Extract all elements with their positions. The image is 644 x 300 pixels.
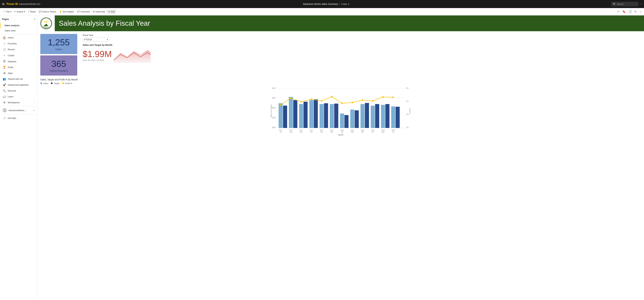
sidebar-item-learn[interactable]: 📖 Learn xyxy=(0,94,38,100)
sales-target-title: Sales and Target by Month xyxy=(82,44,639,46)
sidebar-item-create[interactable]: ＋ Create xyxy=(0,52,38,58)
svg-text:2017: 2017 xyxy=(289,129,292,131)
svg-text:2017: 2017 xyxy=(300,129,303,131)
comment-button[interactable]: 💬 Comment xyxy=(76,10,91,14)
deployment-icon: 🚀 xyxy=(3,83,6,86)
sidebar-item-discover[interactable]: 🔍 Discover xyxy=(0,88,38,94)
svg-rect-47 xyxy=(386,104,390,128)
bookmark-button[interactable]: 🔖 xyxy=(621,10,627,14)
toolbar-right-actions: ↩ 🔖 ⬜ ↻ ☆ xyxy=(616,10,643,14)
workspace-label: AdventureWorks ... xyxy=(8,109,27,112)
pages-title: Pages xyxy=(2,18,9,20)
svg-rect-39 xyxy=(344,115,348,128)
svg-rect-28 xyxy=(289,97,293,128)
kpi-resellers-value: 365 xyxy=(44,59,73,69)
main-layout: Pages « Sales analysis Sales order 🏠 Hom… xyxy=(0,16,644,300)
sales-target-area: Fiscal Year FY2018 ▾ Sales and Target by… xyxy=(80,34,641,63)
page-item-sales-order[interactable]: Sales order xyxy=(0,28,38,33)
svg-rect-29 xyxy=(293,100,297,128)
svg-point-58 xyxy=(362,100,363,101)
fiscal-year-chevron-icon: ▾ xyxy=(107,38,108,41)
undo-button[interactable]: ↩ xyxy=(616,10,621,14)
insights-icon: 💡 xyxy=(59,10,62,13)
sidebar-item-recent[interactable]: 🕐 Recent › xyxy=(0,46,38,52)
fit-button[interactable]: ⬜ xyxy=(628,10,633,14)
divider-2 xyxy=(0,106,38,106)
more-icon: ··· xyxy=(118,10,120,13)
apps-icon: ⊞ xyxy=(3,72,6,75)
svg-text:Oct: Oct xyxy=(310,131,312,133)
chart-title: Sales, Target and Profit % by Month xyxy=(40,78,641,81)
sidebar-item-deployment[interactable]: 🚀 Deployment pipelines xyxy=(0,82,38,88)
sales-target-mini-chart xyxy=(114,48,151,63)
svg-text:Profit %: Profit % xyxy=(409,108,411,114)
sidebar-item-datasets[interactable]: 🗄 Datasets xyxy=(0,58,38,64)
sidebar-item-workspaces[interactable]: ⚙ Workspaces › xyxy=(0,100,38,106)
chat-teams-button[interactable]: 💬 Chat in Teams xyxy=(38,10,58,14)
svg-text:Sales and Target: Sales and Target xyxy=(270,104,272,118)
sales-value: $1.99M xyxy=(82,49,112,59)
subscribe-button[interactable]: ✉ Subscribe xyxy=(92,10,106,14)
workspace-adventureworks[interactable]: AW AdventureWorks ... ▾ xyxy=(0,107,38,114)
page-item-sales-analysis[interactable]: Sales analysis xyxy=(0,23,38,28)
kpi-orders-value: 1,255 xyxy=(44,37,73,47)
sidebar-item-get-data[interactable]: ↗ Get data xyxy=(0,115,38,121)
sidebar-item-home[interactable]: 🏠 Home xyxy=(0,35,38,41)
search-icon: 🔍 xyxy=(613,3,616,5)
toolbar-more-button[interactable]: ··· xyxy=(116,10,121,14)
svg-text:5%: 5% xyxy=(406,87,409,89)
svg-point-60 xyxy=(382,96,384,98)
chevron-down-icon: ▾ xyxy=(348,3,349,5)
refresh-button[interactable]: ↻ xyxy=(634,10,638,14)
export-button[interactable]: ↦ Export ▾ xyxy=(13,10,26,14)
svg-rect-35 xyxy=(324,103,328,128)
file-icon: 📄 xyxy=(3,10,5,13)
sidebar-item-goals[interactable]: 🏆 Goals xyxy=(0,64,38,70)
learn-icon: 📖 xyxy=(3,95,6,98)
svg-point-54 xyxy=(321,100,322,102)
insights-button[interactable]: 💡 Get insights xyxy=(58,10,76,14)
topbar-center: Adventure Works Sales Summary | Public ▾ xyxy=(43,3,609,5)
get-data-icon: ↗ xyxy=(3,116,6,120)
topbar: ⊞ Power BI AdventureWorks Inc. Adventure… xyxy=(0,0,644,8)
logo-svg: ADVENTURE WORKS xyxy=(41,18,52,29)
edit-button[interactable]: ✏ Edit xyxy=(107,10,116,14)
svg-rect-31 xyxy=(304,102,308,128)
sidebar-collapse-button[interactable]: « xyxy=(34,18,36,21)
waffle-icon[interactable]: ⊞ xyxy=(2,2,4,6)
favorite-button[interactable]: ☆ xyxy=(638,10,643,14)
svg-rect-30 xyxy=(299,104,303,128)
kpi-resellers-label: Distinct Resellers xyxy=(44,70,73,72)
sidebar-label-discover: Discover xyxy=(8,90,35,92)
sidebar-label-goals: Goals xyxy=(8,66,35,68)
visibility-selector[interactable]: Public ▾ xyxy=(342,3,349,5)
workspace-chevron-icon: ▾ xyxy=(34,109,35,112)
favorites-arrow-icon: › xyxy=(34,42,35,45)
svg-point-56 xyxy=(341,102,343,104)
search-box[interactable]: 🔍 Search xyxy=(611,2,638,6)
fiscal-year-select[interactable]: FY2018 ▾ xyxy=(82,38,110,42)
svg-text:Nov: Nov xyxy=(320,131,323,133)
kpi-resellers: 365 Distinct Resellers xyxy=(40,56,77,76)
svg-text:2%: 2% xyxy=(406,126,409,128)
sidebar-item-favorites[interactable]: ☆ Favorites › xyxy=(0,41,38,46)
report-body: 1,255 Orders 365 Distinct Resellers Fisc… xyxy=(38,31,644,139)
chart-legend: Sales Target Profit % xyxy=(40,82,641,84)
sidebar-label-shared: Shared with me xyxy=(8,78,35,80)
recent-icon: 🕐 xyxy=(3,48,6,51)
svg-text:Jul: Jul xyxy=(280,131,282,133)
share-button[interactable]: ⤴ Share xyxy=(27,10,37,14)
svg-rect-33 xyxy=(314,100,318,128)
more-options-button[interactable]: ··· xyxy=(640,2,642,6)
workspaces-icon: ⚙ xyxy=(3,101,6,104)
file-button[interactable]: 📄 File ▾ xyxy=(1,10,13,14)
sidebar-item-apps[interactable]: ⊞ Apps xyxy=(0,70,38,76)
legend-profit: Profit % xyxy=(62,82,72,84)
sidebar-item-shared[interactable]: 👥 Shared with me xyxy=(0,76,38,82)
svg-rect-36 xyxy=(330,104,334,128)
adventure-works-logo: ADVENTURE WORKS xyxy=(40,18,52,29)
bar-sales-jul17 xyxy=(278,103,282,128)
svg-text:Sep: Sep xyxy=(300,131,302,133)
recent-arrow-icon: › xyxy=(34,48,35,51)
svg-rect-48 xyxy=(391,106,395,128)
